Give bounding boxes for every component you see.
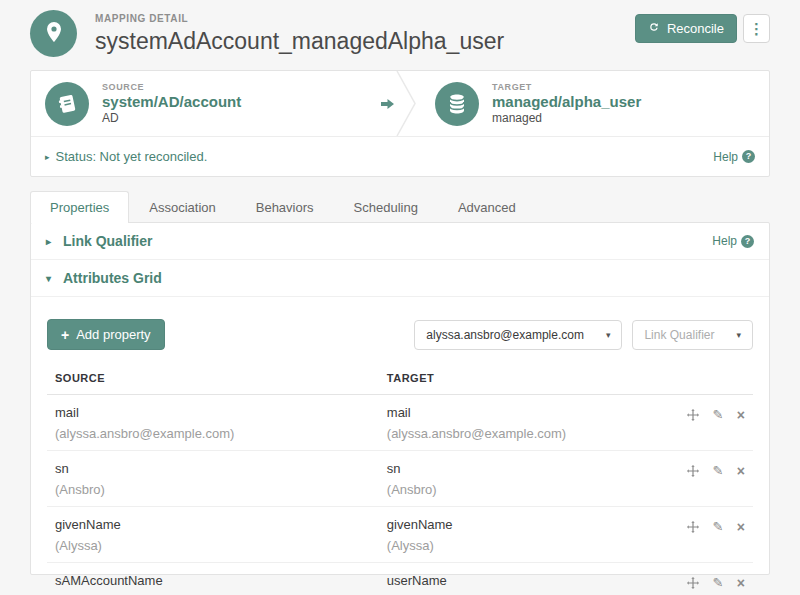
map-pin-icon [42,20,66,48]
database-icon [435,82,479,126]
chevron-down-icon: ▾ [606,330,611,340]
target-card[interactable]: TARGET managed/alpha_user managed [421,71,769,136]
source-attribute-name: sn [55,461,371,476]
page-eyebrow: MAPPING DETAIL [95,13,504,24]
status-caret-icon[interactable]: ▸ [45,152,50,162]
attribute-mapping-row[interactable]: sAMAccountName (AAnsbro44) userName (AAn… [47,563,753,595]
chevron-down-icon: ▾ [736,330,741,340]
target-attribute-value: (alyssa.ansbro@example.com) [387,426,660,441]
tab-properties[interactable]: Properties [30,191,129,223]
source-attribute-value: (Ansbro) [55,482,371,497]
arrow-right-icon [381,98,394,110]
add-property-button[interactable]: + Add property [47,319,165,350]
edit-icon[interactable]: ✎ [712,408,723,421]
link-qualifier-select[interactable]: Link Qualifier ▾ [632,320,753,350]
move-icon[interactable] [687,465,699,477]
target-attribute-name: sn [387,461,660,476]
more-actions-button[interactable]: ⋮ [743,14,770,43]
attribute-mapping-row[interactable]: mail (alyssa.ansbro@example.com) mail (a… [47,395,753,451]
plus-icon: + [61,328,69,342]
link-qualifier-section-header[interactable]: ▸ Link Qualifier Help ? [31,223,769,260]
source-attribute-value: (alyssa.ansbro@example.com) [55,426,371,441]
tab-association[interactable]: Association [129,191,235,223]
reconcile-button[interactable]: Reconcile [635,14,737,43]
edit-icon[interactable]: ✎ [712,520,723,533]
column-header-actions [668,364,753,395]
attributes-grid-title: Attributes Grid [63,270,162,286]
status-help-link[interactable]: Help ? [713,150,755,164]
target-attribute-name: mail [387,405,660,420]
attributes-table: SOURCE TARGET mail (alyssa.ansbro@exampl… [47,364,753,595]
help-circle-icon: ? [742,150,755,163]
reconcile-label: Reconcile [667,21,724,36]
source-attribute-name: sAMAccountName [55,573,371,588]
help-circle-icon: ? [741,235,754,248]
kebab-icon: ⋮ [749,20,764,37]
attribute-mapping-row[interactable]: sn (Ansbro) sn (Ansbro) ✎ × [47,451,753,507]
source-attribute-name: mail [55,405,371,420]
delete-icon[interactable]: × [737,408,745,422]
column-header-target: TARGET [379,364,668,395]
status-text[interactable]: Status: Not yet reconciled. [56,149,208,164]
link-qualifier-placeholder: Link Qualifier [644,328,714,342]
source-label: SOURCE [102,82,241,92]
properties-tab-panel: ▸ Link Qualifier Help ? ▾ Attributes Gri… [30,222,770,575]
edit-icon[interactable]: ✎ [712,464,723,477]
sample-user-select[interactable]: alyssa.ansbro@example.com ▾ [414,320,622,350]
source-connector: AD [102,111,241,125]
move-icon[interactable] [687,409,699,421]
attribute-mapping-row[interactable]: givenName (Alyssa) givenName (Alyssa) ✎ … [47,507,753,563]
tab-bar: Properties Association Behaviors Schedul… [30,191,770,222]
source-attribute-name: givenName [55,517,371,532]
source-name: system/AD/account [102,93,241,110]
move-icon[interactable] [687,521,699,533]
target-attribute-value: (Ansbro) [387,482,660,497]
endpoints-panel: SOURCE system/AD/account AD [30,70,770,177]
refresh-icon [648,21,660,36]
help-label: Help [713,150,738,164]
delete-icon[interactable]: × [737,464,745,478]
page-header: MAPPING DETAIL systemAdAccount_managedAl… [30,0,770,57]
source-attribute-value: (Alyssa) [55,538,371,553]
mapping-avatar [30,10,77,57]
link-qualifier-title: Link Qualifier [63,233,152,249]
help-label: Help [712,234,737,248]
tab-behaviors[interactable]: Behaviors [236,191,334,223]
page-title: systemAdAccount_managedAlpha_user [95,28,504,55]
caret-down-icon: ▾ [46,273,55,284]
target-attribute-value: (Alyssa) [387,538,660,553]
move-icon[interactable] [687,577,699,589]
mapping-direction-divider [379,71,421,136]
sample-user-value: alyssa.ansbro@example.com [426,328,584,342]
attributes-table-body: mail (alyssa.ansbro@example.com) mail (a… [47,395,753,595]
target-attribute-name: givenName [387,517,660,532]
target-name: managed/alpha_user [492,93,641,110]
chevron-separator-icon [395,71,417,136]
edit-icon[interactable]: ✎ [712,576,723,589]
delete-icon[interactable]: × [737,520,745,534]
target-store: managed [492,111,641,125]
target-label: TARGET [492,82,641,92]
source-card[interactable]: SOURCE system/AD/account AD [31,71,379,136]
caret-right-icon: ▸ [46,236,55,247]
delete-icon[interactable]: × [737,576,745,590]
add-property-label: Add property [76,327,150,342]
address-book-icon [45,82,89,126]
target-attribute-name: userName [387,573,660,588]
tab-advanced[interactable]: Advanced [438,191,536,223]
column-header-source: SOURCE [47,364,379,395]
tab-scheduling[interactable]: Scheduling [334,191,438,223]
link-qualifier-help-link[interactable]: Help ? [712,234,754,248]
attributes-grid-section-header[interactable]: ▾ Attributes Grid [31,260,769,297]
